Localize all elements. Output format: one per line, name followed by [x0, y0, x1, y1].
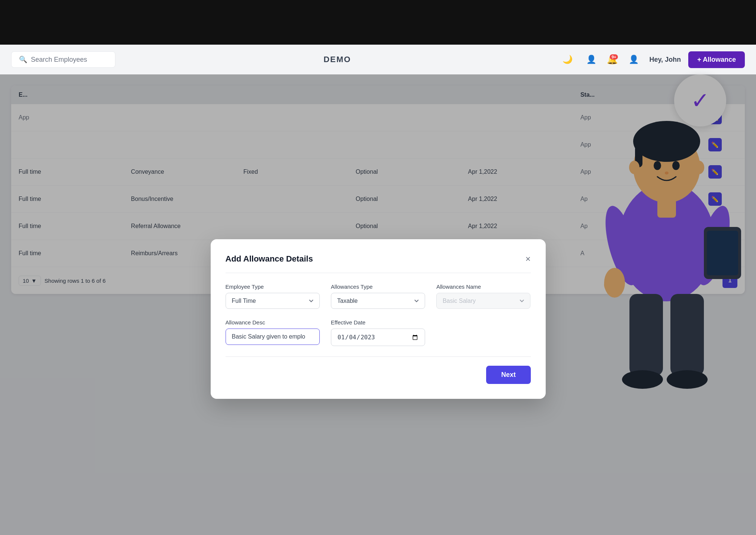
notification-badge: 9+ [610, 54, 618, 60]
allowances-type-label: Allowances Type [331, 283, 425, 290]
search-placeholder: Search Employees [31, 56, 87, 64]
employee-type-group: Employee Type Full Time [226, 283, 320, 309]
employee-type-label: Employee Type [226, 283, 320, 290]
allowances-name-label: Allowances Name [436, 283, 530, 290]
greeting-text: Hey, John [649, 56, 681, 64]
modal-actions: Next [226, 366, 531, 384]
allowances-type-group: Allowances Type Taxable [331, 283, 425, 309]
header: 🔍 Search Employees DEMO 🌙 👤 🔔 9+ 👤 Hey, … [0, 45, 756, 74]
header-icons: 🌙 👤 🔔 9+ 👤 Hey, John + Allowance [559, 51, 745, 68]
employee-type-select[interactable]: Full Time [226, 293, 320, 309]
modal-header: Add Allowance Details × [226, 254, 531, 264]
effective-date-label: Effective Date [331, 319, 425, 326]
allowance-desc-input[interactable] [226, 329, 320, 345]
search-bar[interactable]: 🔍 Search Employees [11, 51, 115, 68]
modal-close-button[interactable]: × [525, 254, 530, 263]
top-bar [0, 0, 756, 45]
effective-date-group: Effective Date [331, 319, 425, 346]
user-icon-button[interactable]: 👤 [583, 51, 599, 68]
modal-title: Add Allowance Details [226, 254, 313, 264]
main-area: E... Sta... Action App App ✏️ A [0, 74, 756, 535]
allowances-type-select[interactable]: Taxable [331, 293, 425, 309]
form-row-1: Employee Type Full Time Allowances Type … [226, 283, 531, 309]
add-allowance-button[interactable]: + Allowance [688, 51, 745, 68]
modal-header-divider [226, 273, 531, 273]
next-button[interactable]: Next [486, 366, 530, 384]
form-row-2: Allowance Desc Effective Date [226, 319, 531, 346]
notification-button[interactable]: 🔔 9+ [607, 54, 618, 65]
modal-footer-divider [226, 356, 531, 357]
allowance-desc-group: Allowance Desc [226, 319, 320, 346]
theme-toggle-button[interactable]: 🌙 [559, 51, 575, 68]
search-icon: 🔍 [19, 55, 27, 64]
add-allowance-modal: Add Allowance Details × Employee Type Fu… [211, 239, 546, 399]
allowance-desc-label: Allowance Desc [226, 319, 320, 326]
profile-button[interactable]: 👤 [625, 51, 642, 68]
effective-date-input[interactable] [331, 329, 425, 346]
demo-label: DEMO [123, 55, 552, 64]
allowances-name-group: Allowances Name Basic Salary [436, 283, 530, 309]
allowances-name-select: Basic Salary [436, 293, 530, 309]
